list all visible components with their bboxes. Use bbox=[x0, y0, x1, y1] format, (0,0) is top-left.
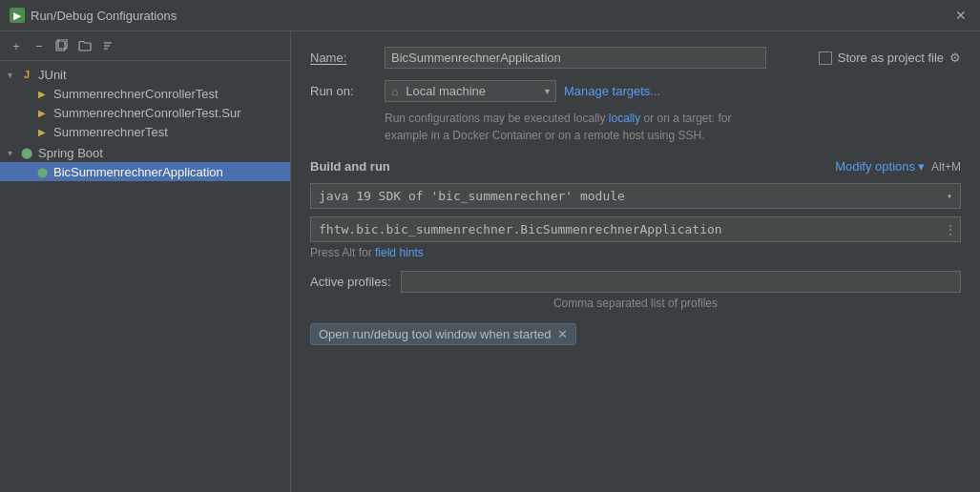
close-button[interactable]: ✕ bbox=[951, 6, 970, 25]
manage-targets-link[interactable]: Manage targets... bbox=[564, 84, 660, 98]
open-tool-window-label: Open run/debug tool window when started bbox=[319, 327, 552, 341]
run-on-dropdown[interactable]: ⌂ Local machine ▾ bbox=[385, 80, 556, 102]
folder-config-button[interactable] bbox=[74, 35, 95, 56]
title-bar: ▶ Run/Debug Configurations ✕ bbox=[0, 0, 980, 31]
build-run-title: Build and run bbox=[310, 159, 390, 174]
profiles-input[interactable] bbox=[401, 271, 961, 293]
field-hints-text: Press Alt for field hints bbox=[310, 246, 961, 259]
run-on-arrow-icon: ▾ bbox=[545, 86, 550, 96]
tree-item-springboot[interactable]: ▾ ⬤ Spring Boot bbox=[0, 143, 290, 162]
run-on-label: Run on: bbox=[310, 84, 377, 98]
tree-item-test1[interactable]: ▶ SummenrechnerConrollerTest bbox=[0, 84, 290, 103]
tree-item-test2[interactable]: ▶ SummenrechnerConrollerTest.Sur bbox=[0, 103, 290, 122]
dialog-icon: ▶ bbox=[10, 8, 25, 23]
profiles-hint: Comma separated list of profiles bbox=[310, 297, 961, 310]
test2-label: SummenrechnerConrollerTest.Sur bbox=[53, 106, 241, 120]
name-label: Name: bbox=[310, 51, 377, 65]
info-text-locally: Run configurations may be executed local… bbox=[385, 112, 605, 125]
toolbar: + − bbox=[0, 31, 290, 61]
title-bar-left: ▶ Run/Debug Configurations bbox=[10, 8, 177, 23]
springboot-expand-icon: ▾ bbox=[8, 148, 19, 158]
info-text: Run configurations may be executed local… bbox=[385, 110, 961, 144]
tree-item-junit[interactable]: ▾ J JUnit bbox=[0, 65, 290, 84]
profiles-label: Active profiles: bbox=[310, 275, 391, 289]
left-panel: + − bbox=[0, 31, 291, 492]
test1-label: SummenrechnerConrollerTest bbox=[53, 87, 219, 101]
remove-config-button[interactable]: − bbox=[29, 35, 50, 56]
junit-icon: J bbox=[19, 67, 34, 82]
dialog-title: Run/Debug Configurations bbox=[31, 9, 177, 23]
junit-label: JUnit bbox=[38, 68, 67, 82]
sort-config-button[interactable] bbox=[97, 35, 118, 56]
right-panel: Name: Store as project file ⚙ Run on: ⌂ … bbox=[291, 31, 980, 492]
test3-icon: ▶ bbox=[34, 124, 50, 139]
store-project-label: Store as project file bbox=[838, 51, 944, 65]
app-icon: ⬤ bbox=[34, 164, 50, 179]
store-gear-icon[interactable]: ⚙ bbox=[949, 51, 961, 65]
springboot-label: Spring Boot bbox=[38, 146, 103, 160]
run-on-icon: ⌂ bbox=[391, 85, 398, 98]
bottom-row: Open run/debug tool window when started … bbox=[310, 323, 961, 345]
run-on-value: Local machine bbox=[406, 84, 486, 98]
name-input[interactable] bbox=[385, 47, 766, 69]
open-tool-window-close-icon[interactable]: ✕ bbox=[557, 328, 568, 340]
modify-options-label: Modify options bbox=[835, 159, 915, 174]
sdk-arrow-icon: ▾ bbox=[947, 191, 952, 201]
test3-label: SummenrechnerTest bbox=[53, 125, 168, 139]
field-hints-link[interactable]: field hints bbox=[375, 246, 424, 259]
profiles-row: Active profiles: bbox=[310, 271, 961, 293]
app-label: BicSummenrechnerApplication bbox=[53, 165, 223, 179]
dialog-container: ▶ Run/Debug Configurations ✕ + − bbox=[0, 0, 980, 492]
tree-item-app[interactable]: ⬤ BicSummenrechnerApplication bbox=[0, 162, 290, 181]
build-run-header: Build and run Modify options ▾ Alt+M bbox=[310, 159, 961, 174]
open-tool-window-tag: Open run/debug tool window when started … bbox=[310, 323, 576, 345]
junit-expand-icon: ▾ bbox=[8, 70, 19, 80]
test1-icon: ▶ bbox=[34, 86, 50, 101]
store-project-checkbox[interactable] bbox=[819, 51, 832, 65]
config-tree: ▾ J JUnit ▶ SummenrechnerConrollerTest ▶… bbox=[0, 61, 290, 492]
field-hints-static: Press Alt for bbox=[310, 246, 372, 259]
copy-config-button[interactable] bbox=[52, 35, 73, 56]
springboot-icon: ⬤ bbox=[19, 145, 34, 160]
tree-item-test3[interactable]: ▶ SummenrechnerTest bbox=[0, 122, 290, 141]
store-project-row: Store as project file ⚙ bbox=[819, 51, 961, 65]
run-on-row: Run on: ⌂ Local machine ▾ Manage targets… bbox=[310, 80, 961, 102]
main-content: + − bbox=[0, 31, 980, 492]
main-class-row: ⋮ bbox=[310, 216, 961, 242]
sdk-dropdown[interactable]: java 19 SDK of 'bic_summenrechner' modul… bbox=[310, 183, 961, 209]
sdk-value: java 19 SDK of 'bic_summenrechner' modul… bbox=[319, 189, 625, 203]
add-config-button[interactable]: + bbox=[6, 35, 27, 56]
modify-options-shortcut: Alt+M bbox=[931, 160, 961, 174]
info-text-line2: example in a Docker Container or on a re… bbox=[385, 129, 705, 142]
main-class-browse-icon[interactable]: ⋮ bbox=[944, 222, 957, 237]
modify-options-button[interactable]: Modify options ▾ Alt+M bbox=[835, 159, 961, 174]
info-text-or: or on a target: for bbox=[640, 112, 731, 125]
main-class-input[interactable] bbox=[310, 216, 961, 242]
chevron-down-icon: ▾ bbox=[918, 159, 925, 174]
test2-icon: ▶ bbox=[34, 105, 50, 120]
info-link-locally[interactable]: locally bbox=[605, 112, 640, 125]
